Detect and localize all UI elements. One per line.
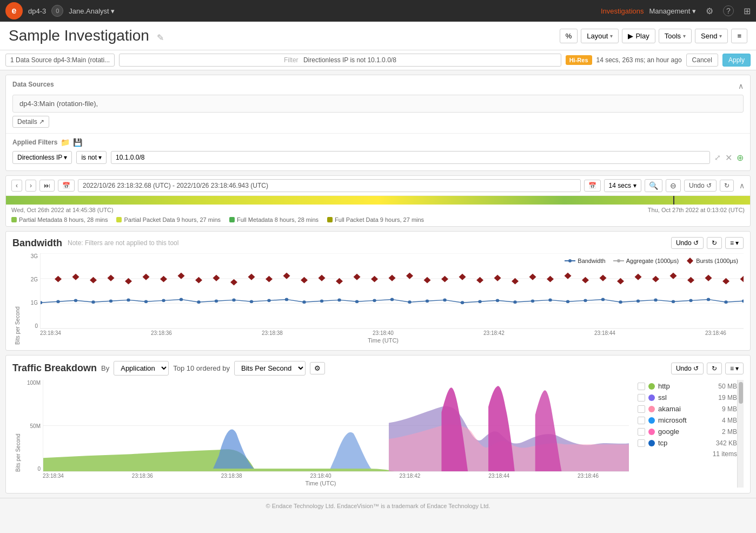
svg-marker-36 [529, 274, 536, 280]
bandwidth-note: Note: Filters are not applied to this to… [68, 239, 178, 247]
traffic-y-axis: 100M 50M 0 [23, 380, 43, 472]
menu-button[interactable]: ≡ [731, 29, 747, 43]
gear-icon[interactable]: ⚙ [706, 6, 713, 16]
timeline-undo-button[interactable]: Undo ↺ [684, 180, 717, 192]
ssl-name: ssl [658, 393, 715, 402]
dp-label: dp4-3 [28, 7, 46, 15]
timeline-gradient[interactable] [6, 196, 750, 205]
timeline-forward-button[interactable]: › [25, 180, 36, 192]
svg-point-50 [56, 300, 60, 303]
timeline-back-button[interactable]: ‹ [11, 180, 22, 192]
svg-point-58 [197, 300, 201, 304]
percent-button[interactable]: % [560, 29, 578, 43]
save-filters-icon[interactable]: 💾 [73, 138, 82, 147]
svg-point-75 [496, 299, 500, 302]
grid-icon[interactable]: ⊞ [744, 6, 751, 16]
filter-operator-button[interactable]: is not ▾ [76, 151, 107, 164]
traffic-undo-button[interactable]: Undo ↺ [671, 363, 704, 374]
tools-button[interactable]: Tools ▾ [659, 29, 692, 43]
play-button[interactable]: ▶ Play [622, 29, 655, 43]
management-menu[interactable]: Management ▾ [649, 7, 696, 15]
akamai-name: akamai [658, 405, 719, 413]
traffic-menu-button[interactable]: ≡ ▾ [725, 363, 744, 374]
timeline-end-button[interactable]: ⏭ [39, 180, 55, 192]
traffic-refresh-button[interactable]: ↻ [707, 363, 722, 374]
investigations-link[interactable]: Investigations [601, 7, 644, 15]
traffic-content: Bits per Second 100M 50M 0 [12, 380, 744, 488]
svg-marker-29 [406, 273, 413, 279]
microsoft-color [648, 417, 655, 424]
datasource-label[interactable]: 1 Data Source dp4-3:Main (rotati... [5, 54, 115, 67]
traffic-svg [43, 380, 629, 471]
by-select[interactable]: Application [114, 361, 169, 376]
bandwidth-y-axis: 3G 2G 1G 0 [23, 253, 40, 329]
collapse-timeline-button[interactable]: ∧ [739, 181, 745, 190]
svg-point-78 [548, 298, 552, 301]
legend-scrollbar[interactable] [737, 380, 744, 488]
collapse-datasources-button[interactable]: ∧ [738, 82, 744, 90]
filter-label: Filter [284, 56, 299, 64]
google-checkbox[interactable] [638, 428, 645, 436]
svg-point-60 [232, 298, 236, 301]
cancel-button[interactable]: Cancel [686, 54, 718, 67]
traffic-breakdown-controls: Undo ↺ ↻ ≡ ▾ [671, 363, 744, 374]
remove-filter-button[interactable]: ✕ [725, 153, 732, 163]
svg-marker-19 [230, 279, 237, 286]
traffic-breakdown-header: Traffic Breakdown By Application Top 10 … [12, 361, 744, 376]
svg-point-89 [742, 299, 744, 302]
traffic-settings-button[interactable]: ⚙ [310, 362, 325, 374]
svg-marker-23 [301, 277, 308, 284]
edit-title-icon[interactable]: ✎ [157, 33, 164, 42]
svg-point-86 [689, 299, 693, 302]
svg-marker-16 [178, 273, 185, 279]
http-checkbox[interactable] [638, 383, 645, 390]
timeline-calendar-button[interactable]: 📅 [58, 180, 75, 192]
bandwidth-menu-button[interactable]: ≡ ▾ [725, 237, 744, 249]
details-button[interactable]: Details ↗ [12, 116, 49, 128]
bandwidth-chart-container: Bits per Second 3G 2G 1G 0 [12, 253, 744, 345]
timeline-time-range-input[interactable] [78, 179, 581, 192]
zoom-out-button[interactable]: ⊖ [666, 179, 681, 192]
bursts-series [55, 273, 744, 286]
svg-point-74 [478, 300, 482, 303]
app-logo[interactable]: e [5, 2, 23, 19]
bandwidth-refresh-button[interactable]: ↻ [707, 237, 722, 249]
tcp-checkbox[interactable] [638, 439, 645, 447]
svg-marker-42 [635, 274, 642, 280]
ssl-checkbox[interactable] [638, 394, 645, 402]
filter-field-button[interactable]: Directionless IP ▾ [12, 151, 72, 164]
legend-item-google: google 2 MB [638, 427, 737, 436]
load-filters-icon[interactable]: 📁 [61, 138, 70, 147]
apply-button[interactable]: Apply [722, 54, 751, 67]
notifications-badge[interactable]: 0 [51, 5, 63, 17]
user-menu[interactable]: Jane.Analyst ▾ [69, 7, 115, 15]
svg-marker-46 [705, 275, 712, 281]
timeline-refresh-button[interactable]: ↻ [720, 180, 734, 192]
bandwidth-undo-button[interactable]: Undo ↺ [671, 237, 704, 249]
help-icon[interactable]: ? [723, 5, 734, 16]
send-button[interactable]: Send ▾ [695, 29, 728, 43]
legend-item-microsoft: microsoft 4 MB [638, 416, 737, 424]
timeline-duration-button[interactable]: 14 secs ▾ [604, 179, 641, 192]
top-navigation: e dp4-3 0 Jane.Analyst ▾ Investigations … [0, 0, 756, 22]
timeline-bar[interactable] [6, 196, 750, 205]
zoom-in-button[interactable]: 🔍 [645, 179, 662, 192]
filter-value-input[interactable] [111, 151, 710, 164]
traffic-breakdown-title: Traffic Breakdown [12, 363, 97, 374]
blue-bump [213, 430, 254, 469]
akamai-checkbox[interactable] [638, 405, 645, 413]
microsoft-checkbox[interactable] [638, 417, 645, 424]
tcp-name: tcp [658, 439, 713, 447]
items-count: 11 items [638, 450, 737, 458]
svg-marker-38 [565, 273, 572, 279]
timeline-calendar2-button[interactable]: 📅 [584, 180, 601, 192]
scroll-thumb[interactable] [739, 382, 743, 404]
add-filter-button[interactable]: ⊕ [737, 153, 744, 163]
layout-button[interactable]: Layout ▾ [581, 29, 619, 43]
svg-point-68 [373, 299, 376, 302]
by-label: By [101, 364, 109, 372]
traffic-chart-plot [43, 380, 629, 472]
svg-marker-17 [195, 277, 202, 284]
top-ordered-by-select[interactable]: Bits Per Second [234, 361, 306, 376]
timeline-controls: ‹ › ⏭ 📅 📅 14 secs ▾ 🔍 ⊖ Undo ↺ ↻ ∧ [6, 176, 750, 196]
